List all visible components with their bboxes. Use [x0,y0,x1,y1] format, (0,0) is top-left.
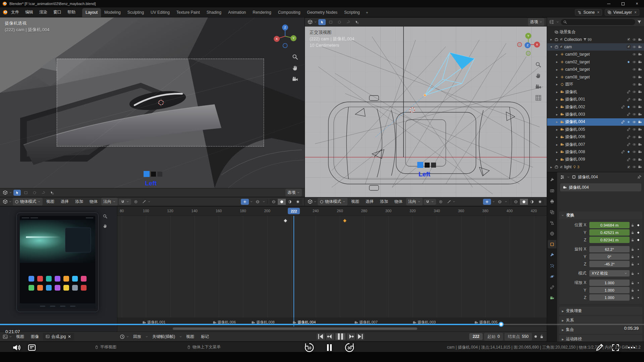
hide-viewport-eye-icon[interactable] [632,75,636,79]
menu-file[interactable]: 文件 [8,8,22,16]
keyframe-diamond[interactable] [283,219,287,223]
transform-panel-header[interactable]: 变换 [559,212,642,219]
select-circle-tool-button[interactable] [31,190,38,196]
expand-arrow-icon[interactable]: ▸ [555,82,559,86]
filter-icon[interactable] [637,20,642,24]
expand-arrow-icon[interactable]: ▾ [549,45,553,49]
pan-hand-tool[interactable] [535,72,542,79]
properties-tab-view-layer[interactable] [548,208,556,216]
outliner-row[interactable]: ▸摄像机.002 [547,103,644,111]
lock-icon[interactable] [539,334,544,339]
timeline-menu-marker[interactable]: 标记 [198,333,212,341]
shading-wireframe-button[interactable] [512,199,520,205]
zoom-tool[interactable] [535,61,542,68]
tweak-tool-button[interactable] [318,19,326,25]
rotation-y-field[interactable]: 0° [589,253,630,260]
tweak-select-tool-button[interactable] [48,190,56,196]
shading-rendered-button[interactable] [536,199,544,205]
viewport-menu-object[interactable]: 物体 [392,198,405,205]
outliner-row[interactable]: ▸cam02_target [547,58,644,66]
zoom-tool[interactable] [103,214,108,219]
keyframe-icon[interactable] [636,255,640,259]
camera-marker[interactable]: 摄像机.007 [354,320,377,325]
frame-start-field[interactable]: 起始0 [484,333,503,341]
properties-tab-object-data[interactable] [548,294,556,302]
outliner-row[interactable]: ▸摄像机.001 [547,96,644,103]
expand-arrow-icon[interactable]: ▸ [555,128,559,131]
timeline-menu-keying[interactable]: 关键帧(插帧) [150,333,178,341]
outliner-row[interactable]: ▸摄像机.003 [547,111,644,118]
disable-render-camera-icon[interactable] [638,142,642,146]
panel-relations[interactable]: ▸关系 [559,316,642,324]
zoom-tool[interactable] [292,54,299,60]
camera-marker[interactable]: 摄像机.001 [142,320,165,325]
camera-marker[interactable]: 摄像机.003 [413,320,436,325]
tab-texture-paint[interactable]: Texture Paint [173,8,203,17]
disable-render-camera-icon[interactable] [638,82,642,86]
maximize-button[interactable] [616,0,630,7]
hide-viewport-eye-icon[interactable] [632,105,636,109]
viewport-menu-select[interactable]: 选择 [363,198,376,205]
disable-render-camera-icon[interactable] [638,75,642,79]
expand-arrow-icon[interactable]: ▸ [555,60,559,64]
expand-arrow-icon[interactable]: ▸ [555,143,559,146]
camera-view-toggle[interactable] [292,76,299,82]
rotation-mode-dropdown[interactable]: XYZ 欧拉 [589,270,630,277]
pan-hand-tool[interactable] [292,65,299,71]
keyframe-icon[interactable] [636,272,640,276]
options-dropdown[interactable]: 选项 [528,18,544,26]
position-z-field[interactable]: 0.82341 m [589,237,630,243]
properties-tab-render[interactable] [548,186,556,195]
outliner-row[interactable]: ▸圆环 [547,81,644,88]
tab-modeling[interactable]: Modeling [101,8,124,17]
viewport-menu-view[interactable]: 视图 [348,198,362,205]
lock-icon[interactable] [631,247,635,251]
rewind-10s-button[interactable]: 10 [304,342,315,353]
lock-icon[interactable] [631,262,635,266]
image-editor[interactable] [0,206,117,331]
properties-tab-particles[interactable] [548,261,556,270]
forward-30s-button[interactable]: 30 [344,342,355,353]
select-box-tool-button[interactable] [327,19,334,25]
keyframe-icon[interactable] [636,231,640,235]
shading-material-button[interactable] [528,199,536,205]
keyframe-icon[interactable] [636,238,640,242]
expand-arrow-icon[interactable]: ▸ [555,90,559,94]
pan-hand-tool[interactable] [103,224,108,229]
outliner-row[interactable]: 场景集合 [547,28,644,36]
video-progress-handle[interactable] [498,322,503,327]
render-checkbox[interactable]: ✓ [627,45,631,49]
scale-z-field[interactable]: 1.000 [589,294,630,301]
disable-render-camera-icon[interactable] [638,127,642,131]
tab-animation[interactable]: Animation [225,8,249,17]
panel-delta-transform[interactable]: ▸变换增量 [559,307,642,315]
render-checkbox[interactable]: ✓ [627,165,631,169]
options-dropdown[interactable]: 选项 [285,189,302,196]
current-frame-indicator[interactable]: 222 [288,208,300,214]
disable-render-camera-icon[interactable] [638,158,642,162]
panel-collections[interactable]: ▸集合 [559,325,642,334]
timeline-menu-playback[interactable]: 回放 [130,333,144,341]
outliner-row[interactable]: ▸摄像机.006 [547,133,644,140]
keyframe-icon[interactable] [636,247,640,251]
outliner-row[interactable]: ▸✓light3✓ [547,163,644,171]
tab-shading[interactable]: Shading [203,8,225,17]
tab-sculpting[interactable]: Sculpting [124,8,147,17]
select-box-tool-button[interactable] [22,190,30,196]
hide-viewport-eye-icon[interactable] [632,158,636,162]
viewport-camera-perspective[interactable]: 摄像机透视 (222) cam | 摄像机.004 Left Z X Y [0,17,305,188]
outliner-row[interactable]: ▸摄像机.004 [547,118,644,126]
grid-toggle[interactable] [535,95,542,101]
lock-icon[interactable] [631,223,635,227]
viewport-menu-select[interactable]: 选择 [58,198,71,205]
menu-render[interactable]: 渲染 [36,8,50,16]
hide-viewport-eye-icon[interactable] [632,142,636,146]
outliner-editor-icon[interactable] [549,19,554,24]
fullscreen-icon[interactable] [611,343,620,352]
viewport-menu-object[interactable]: 物体 [87,198,100,205]
camera-marker[interactable]: 摄像机.008 [251,320,274,325]
frame-end-field[interactable]: 结束点550 [504,333,532,341]
shading-wireframe-button[interactable] [270,199,278,205]
scale-x-field[interactable]: 1.000 [589,280,630,286]
render-checkbox[interactable]: ✓ [627,38,631,41]
